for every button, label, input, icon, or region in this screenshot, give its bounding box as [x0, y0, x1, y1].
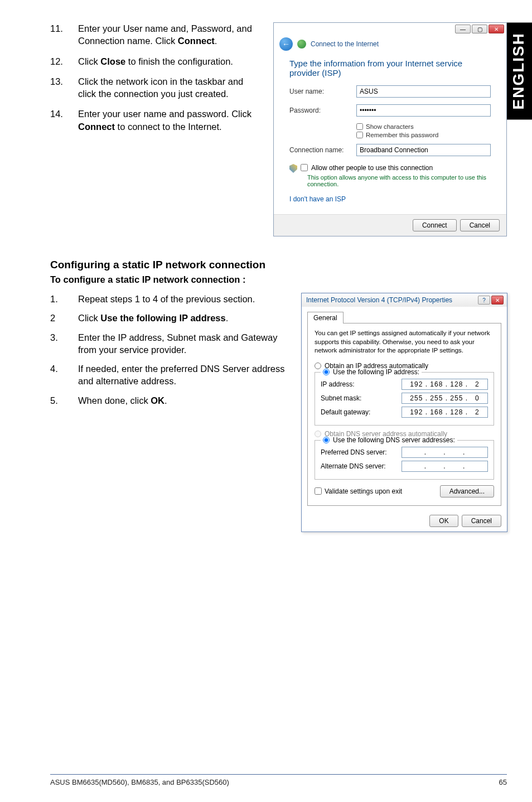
dialog-header-text: Connect to the Internet — [311, 40, 379, 48]
step-number: 11. — [50, 22, 66, 47]
dialog-heading: Type the information from your Internet … — [289, 59, 491, 78]
preferred-dns-input[interactable] — [402, 447, 488, 458]
use-following-ip-label: Use the following IP address: — [333, 368, 419, 376]
page-footer: ASUS BM6635(MD560), BM6835, and BP6335(S… — [50, 774, 507, 786]
subnet-mask-row: Subnet mask: — [321, 393, 488, 404]
ipv4-title-bar: Internet Protocol Version 4 (TCP/IPv4) P… — [302, 293, 507, 307]
top-section: 11.Enter your User name and, Password, a… — [50, 22, 507, 236]
close-button[interactable]: ✕ — [491, 296, 504, 305]
step-text: Repeat steps 1 to 4 of the previous sect… — [78, 293, 290, 305]
minimize-button[interactable]: — — [455, 25, 471, 33]
remember-password-checkbox[interactable] — [356, 132, 363, 138]
general-tab[interactable]: General — [307, 312, 344, 323]
allow-others-row: Allow other people to use this connectio… — [289, 164, 491, 173]
use-following-ip-radio[interactable] — [323, 369, 330, 375]
ipv4-buttons: OK Cancel — [302, 510, 507, 532]
step-text: Click Close to finish the configuration. — [78, 55, 258, 67]
default-gateway-row: Default gateway: — [321, 407, 488, 418]
dialog-body: Type the information from your Internet … — [274, 56, 506, 207]
default-gateway-label: Default gateway: — [321, 408, 370, 416]
username-row: User name: — [289, 85, 491, 98]
use-following-dns-radio[interactable] — [323, 437, 330, 443]
preferred-dns-row: Preferred DNS server: — [321, 447, 488, 458]
globe-icon — [297, 40, 306, 49]
close-button[interactable]: ✕ — [489, 25, 504, 33]
ip-address-label: IP address: — [321, 380, 354, 388]
allow-others-checkbox[interactable] — [301, 164, 308, 171]
language-tab: ENGLISH — [505, 22, 532, 119]
advanced-button[interactable]: Advanced... — [440, 485, 494, 497]
step-number: 14. — [50, 108, 66, 133]
use-following-dns-label: Use the following DNS server addresses: — [333, 436, 455, 444]
alternate-dns-input[interactable] — [402, 461, 488, 472]
ipv4-title-text: Internet Protocol Version 4 (TCP/IPv4) P… — [306, 296, 452, 304]
default-gateway-input[interactable] — [402, 407, 488, 418]
step-number: 1. — [50, 293, 66, 305]
step-number: 4. — [50, 363, 66, 388]
step-text: Enter your User name and, Password, and … — [78, 22, 258, 47]
connection-name-input[interactable] — [356, 144, 491, 156]
username-input[interactable] — [356, 85, 491, 98]
shield-icon — [289, 164, 297, 173]
step-text: If needed, enter the preferred DNS Serve… — [78, 363, 290, 388]
no-isp-link[interactable]: I don't have an ISP — [289, 195, 346, 203]
validate-checkbox[interactable] — [315, 487, 322, 495]
step-item: 1.Repeat steps 1 to 4 of the previous se… — [50, 293, 290, 305]
help-button[interactable]: ? — [478, 296, 490, 305]
step-item: 5.When done, click OK. — [50, 394, 290, 407]
step-text: Enter the IP address, Subnet mask and Ga… — [78, 331, 290, 356]
preferred-dns-label: Preferred DNS server: — [321, 448, 387, 456]
step-text: Enter your user name and password. Click… — [78, 108, 258, 133]
password-row: Password: — [289, 104, 491, 117]
remember-password-label: Remember this password — [366, 132, 438, 138]
show-characters-label: Show characters — [366, 123, 414, 130]
connect-button[interactable]: Connect — [413, 219, 457, 231]
step-number: 13. — [50, 75, 66, 100]
connection-name-row: Connection name: — [289, 144, 491, 156]
allow-others-label: Allow other people to use this connectio… — [311, 164, 433, 172]
page-number: 65 — [499, 778, 507, 786]
use-following-dns-row: Use the following DNS server addresses: — [321, 436, 457, 444]
remember-password-row: Remember this password — [356, 132, 491, 138]
alternate-dns-label: Alternate DNS server: — [321, 462, 386, 470]
show-characters-row: Show characters — [356, 123, 491, 130]
ip-address-input[interactable] — [402, 379, 488, 390]
step-item: 11.Enter your User name and, Password, a… — [50, 22, 258, 47]
static-section: 1.Repeat steps 1 to 4 of the previous se… — [50, 293, 507, 532]
step-item: 14.Enter your user name and password. Cl… — [50, 108, 258, 133]
static-ip-subheading: To configure a static IP network connect… — [50, 274, 507, 285]
connect-internet-dialog: — ▢ ✕ ← Connect to the Internet Type the… — [273, 22, 507, 236]
step-number: 12. — [50, 55, 66, 67]
allow-others-note: This option allows anyone with access to… — [307, 174, 491, 187]
static-ip-heading: Configuring a static IP network connecti… — [50, 259, 507, 271]
step-item: 12.Click Close to finish the configurati… — [50, 55, 258, 67]
dialog-header: ← Connect to the Internet — [274, 35, 506, 56]
manual-ip-group: Use the following IP address: IP address… — [315, 372, 494, 426]
step-number: 2 — [50, 312, 66, 324]
step-text: Click the network icon in the taskbar an… — [78, 75, 258, 100]
show-characters-checkbox[interactable] — [356, 123, 363, 130]
obtain-ip-auto-radio[interactable] — [315, 363, 321, 369]
cancel-button[interactable]: Cancel — [460, 219, 500, 231]
subnet-mask-label: Subnet mask: — [321, 394, 361, 402]
password-label: Password: — [289, 107, 356, 114]
step-item: 13.Click the network icon in the taskbar… — [50, 75, 258, 100]
back-icon[interactable]: ← — [279, 37, 293, 51]
ok-button[interactable]: OK — [429, 515, 458, 527]
step-text: Click Use the following IP address. — [78, 312, 290, 324]
subnet-mask-input[interactable] — [402, 393, 488, 404]
top-step-list: 11.Enter your User name and, Password, a… — [50, 22, 262, 236]
general-tab-pane: You can get IP settings assigned automat… — [307, 323, 501, 506]
validate-row: Validate settings upon exit Advanced... — [315, 485, 494, 497]
username-label: User name: — [289, 88, 356, 95]
ipv4-properties-dialog: Internet Protocol Version 4 (TCP/IPv4) P… — [301, 293, 507, 532]
step-text: When done, click OK. — [78, 394, 290, 407]
dialog-buttons: Connect Cancel — [274, 214, 506, 236]
validate-label-wrap: Validate settings upon exit — [315, 487, 402, 495]
password-input[interactable] — [356, 104, 491, 117]
step-item: 4.If needed, enter the preferred DNS Ser… — [50, 363, 290, 388]
alternate-dns-row: Alternate DNS server: — [321, 461, 488, 472]
use-following-ip-row: Use the following IP address: — [321, 368, 422, 376]
cancel-button[interactable]: Cancel — [462, 515, 501, 527]
maximize-button[interactable]: ▢ — [472, 25, 487, 33]
